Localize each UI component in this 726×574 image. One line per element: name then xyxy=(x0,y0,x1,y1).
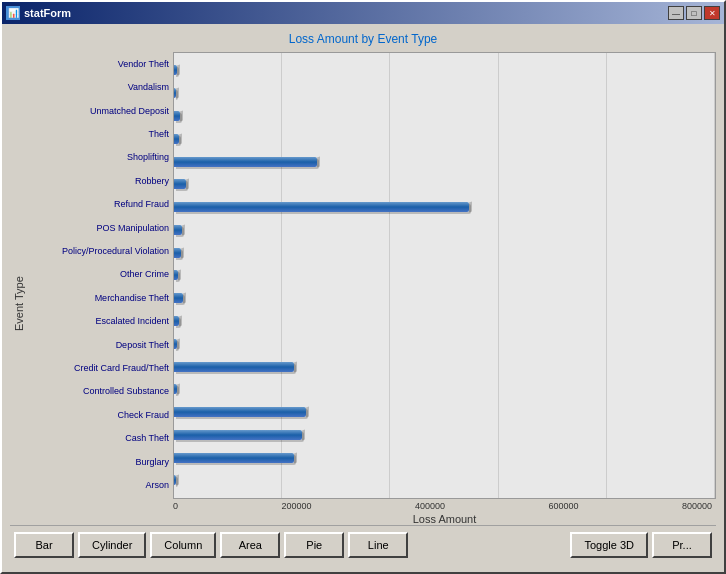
bar-row xyxy=(174,200,715,214)
bar-button[interactable]: Bar xyxy=(14,532,74,558)
y-label: Credit Card Fraud/Theft xyxy=(28,360,169,376)
bar xyxy=(174,111,180,121)
x-axis-label: Loss Amount xyxy=(28,513,716,525)
bar xyxy=(174,157,317,167)
y-label: Merchandise Theft xyxy=(28,290,169,306)
y-label: Other Crime xyxy=(28,266,169,282)
bar xyxy=(174,362,294,372)
close-button[interactable]: ✕ xyxy=(704,6,720,20)
y-label: Arson xyxy=(28,477,169,493)
bar xyxy=(174,179,186,189)
bar xyxy=(174,88,176,98)
bar-row xyxy=(174,382,715,396)
bar xyxy=(174,65,177,75)
bar xyxy=(174,384,177,394)
grid-and-bars xyxy=(174,53,715,498)
chart-title: Loss Amount by Event Type xyxy=(289,32,438,46)
y-label: Vandalism xyxy=(28,79,169,95)
print-button[interactable]: Pr... xyxy=(652,532,712,558)
bar xyxy=(174,453,294,463)
bar-row xyxy=(174,155,715,169)
bar xyxy=(174,430,302,440)
y-label: Robbery xyxy=(28,173,169,189)
bar xyxy=(174,407,306,417)
bar-row xyxy=(174,291,715,305)
x-tick: 400000 xyxy=(415,501,445,511)
y-label: Cash Theft xyxy=(28,430,169,446)
line-button[interactable]: Line xyxy=(348,532,408,558)
bar-row xyxy=(174,63,715,77)
y-label: Check Fraud xyxy=(28,407,169,423)
button-bar: BarCylinderColumnAreaPieLineToggle 3DPr.… xyxy=(10,525,716,564)
maximize-button[interactable]: □ xyxy=(686,6,702,20)
bar-row xyxy=(174,314,715,328)
chart-container: Loss Amount by Event Type Event Type Ven… xyxy=(10,32,716,525)
chart-top: Vendor TheftVandalismUnmatched DepositTh… xyxy=(28,52,716,499)
bar-row xyxy=(174,451,715,465)
title-bar-left: 📊 statForm xyxy=(6,6,71,20)
bar-row xyxy=(174,246,715,260)
bar-row xyxy=(174,428,715,442)
bar-row xyxy=(174,405,715,419)
bars-container xyxy=(174,57,715,494)
y-label: Unmatched Deposit xyxy=(28,103,169,119)
cylinder-button[interactable]: Cylinder xyxy=(78,532,146,558)
y-label: Escalated Incident xyxy=(28,313,169,329)
y-labels: Vendor TheftVandalismUnmatched DepositTh… xyxy=(28,52,173,499)
bar xyxy=(174,248,181,258)
content-area: Loss Amount by Event Type Event Type Ven… xyxy=(2,24,724,572)
pie-button[interactable]: Pie xyxy=(284,532,344,558)
bar-row xyxy=(174,337,715,351)
area-button[interactable]: Area xyxy=(220,532,280,558)
y-label: Refund Fraud xyxy=(28,196,169,212)
y-label: Vendor Theft xyxy=(28,56,169,72)
bar-row xyxy=(174,109,715,123)
y-label: Controlled Substance xyxy=(28,383,169,399)
bar-chart: Loss Amount xyxy=(173,52,716,499)
bar xyxy=(174,293,183,303)
y-label: Policy/Procedural Violation xyxy=(28,243,169,259)
bar-row xyxy=(174,473,715,487)
bar xyxy=(174,339,177,349)
bar-row xyxy=(174,268,715,282)
bar xyxy=(174,316,179,326)
y-label: POS Manipulation xyxy=(28,220,169,236)
y-label: Shoplifting xyxy=(28,149,169,165)
y-label: Theft xyxy=(28,126,169,142)
y-label: Burglary xyxy=(28,454,169,470)
column-button[interactable]: Column xyxy=(150,532,216,558)
chart-area: Event Type Vendor TheftVandalismUnmatche… xyxy=(10,52,716,525)
x-axis: 0200000400000600000800000 xyxy=(28,501,716,511)
window-title: statForm xyxy=(24,7,71,19)
chart-main: Vendor TheftVandalismUnmatched DepositTh… xyxy=(28,52,716,525)
y-label: Deposit Theft xyxy=(28,337,169,353)
bar xyxy=(174,475,176,485)
bar xyxy=(174,134,179,144)
bar-row xyxy=(174,86,715,100)
x-tick: 0 xyxy=(173,501,178,511)
bar-row xyxy=(174,360,715,374)
title-controls: — □ ✕ xyxy=(668,6,720,20)
bar-row xyxy=(174,223,715,237)
x-tick: 200000 xyxy=(281,501,311,511)
minimize-button[interactable]: — xyxy=(668,6,684,20)
bar-row xyxy=(174,177,715,191)
title-bar: 📊 statForm — □ ✕ xyxy=(2,2,724,24)
bar-row xyxy=(174,132,715,146)
x-tick: 800000 xyxy=(682,501,712,511)
bar xyxy=(174,225,182,235)
main-window: 📊 statForm — □ ✕ Loss Amount by Event Ty… xyxy=(0,0,726,574)
x-tick: 600000 xyxy=(548,501,578,511)
toggle3d-button[interactable]: Toggle 3D xyxy=(570,532,648,558)
y-axis-label: Event Type xyxy=(10,52,28,525)
bar xyxy=(174,202,469,212)
window-icon: 📊 xyxy=(6,6,20,20)
bar xyxy=(174,270,178,280)
